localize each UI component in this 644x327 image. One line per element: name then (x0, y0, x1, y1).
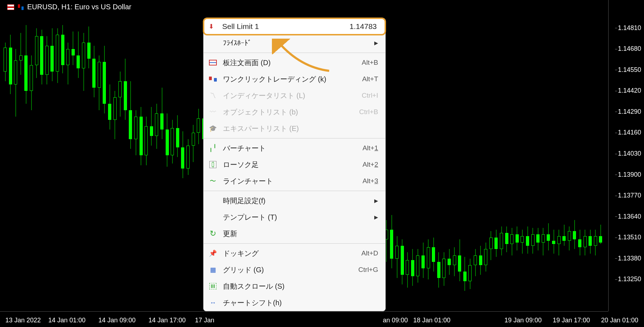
menu-item-shortcut: Alt+3 (362, 177, 378, 185)
menu-item[interactable]: ▦グリッド (G)Ctrl+G (204, 262, 385, 278)
menu-separator (204, 191, 385, 191)
x-tick-label: an 09:00 (383, 317, 408, 324)
x-tick-label: 19 Jan 17:00 (553, 317, 590, 324)
menu-item-shortcut: Alt+1 (362, 144, 378, 152)
menu-item-label: グリッド (G) (223, 265, 358, 275)
menu-item-label: ﾌﾗｲｽﾎｰﾄﾞ (223, 39, 371, 47)
candlestick (134, 110, 137, 155)
oneclick-icon (207, 73, 219, 85)
candlestick (118, 72, 122, 117)
candlestick (463, 257, 467, 291)
candlestick (92, 46, 96, 97)
menu-item[interactable]: テンプレート (T)▶ (204, 209, 385, 225)
candlestick (77, 31, 80, 78)
menu-item[interactable]: ワンクリックトレーディング (k)Alt+T (204, 71, 385, 87)
candle-icon (207, 159, 219, 170)
sell-limit-menu-item[interactable]: ⬇ Sell Limit 1 1.14783 (203, 18, 386, 35)
candlestick (442, 252, 445, 286)
candlestick (406, 252, 409, 288)
dom-icon (7, 4, 14, 10)
candlestick (458, 239, 461, 281)
candlestick (599, 225, 602, 244)
refresh-icon: ↻ (207, 228, 219, 239)
expert-icon: 🎓 (207, 123, 219, 134)
y-tick-label: 1.14810 (618, 24, 641, 32)
menu-item-shortcut: Alt+T (362, 75, 378, 83)
y-tick-label: 1.14420 (618, 87, 641, 94)
chart-title-label: EURUSD, H1: Euro vs US Dollar (27, 3, 131, 11)
menu-separator (204, 243, 385, 244)
x-tick-label: 14 Jan 01:00 (48, 317, 86, 324)
y-tick-label: 1.13640 (618, 213, 641, 220)
candlestick (421, 243, 425, 278)
autoscroll-icon (207, 280, 219, 292)
candlestick (568, 226, 571, 251)
menu-item[interactable]: ╷╵バーチャートAlt+1 (204, 140, 385, 156)
x-tick-label: 14 Jan 17:00 (148, 317, 186, 324)
menu-item-label: 自動スクロール (S) (223, 282, 378, 291)
candlestick (19, 33, 23, 75)
y-tick-label: 1.13250 (618, 275, 641, 283)
menu-item[interactable]: ↻更新 (204, 225, 385, 242)
candlestick (14, 49, 17, 117)
context-menu: ⬇ Sell Limit 1 1.14783 ﾌﾗｲｽﾎｰﾄﾞ▶板注文画面 (D… (203, 18, 386, 311)
candlestick (171, 120, 174, 164)
candlestick (427, 239, 430, 280)
oneclick-icon (17, 4, 24, 10)
candlestick (160, 88, 164, 139)
candlestick (9, 35, 12, 94)
menu-item-label: 板注文画面 (D) (223, 58, 362, 68)
candlestick (573, 220, 576, 249)
menu-item[interactable]: 時間足設定(f)▶ (204, 192, 385, 209)
candlestick (594, 230, 597, 255)
candlestick (489, 231, 493, 260)
candlestick (197, 109, 200, 144)
y-tick-label: 1.13900 (618, 171, 641, 179)
y-tick-label: 1.14550 (618, 66, 641, 74)
candlestick (24, 25, 28, 104)
y-tick-label: 1.14680 (618, 45, 641, 53)
menu-item[interactable]: ローソク足Alt+2 (204, 156, 385, 173)
candlestick (192, 125, 195, 162)
candlestick (150, 107, 153, 146)
submenu-arrow-icon: ▶ (374, 198, 378, 204)
menu-item[interactable]: 〜ラインチャートAlt+3 (204, 173, 385, 189)
menu-item-label: 更新 (223, 229, 378, 239)
candlestick (181, 131, 184, 178)
sell-limit-label: Sell Limit 1 (222, 22, 259, 31)
menu-item[interactable]: 📌ドッキングAlt+D (204, 245, 385, 262)
menu-item[interactable]: 板注文画面 (D)Alt+B (204, 54, 385, 71)
x-tick-label: 19 Jan 09:00 (504, 317, 542, 324)
candlestick (479, 246, 482, 275)
menu-item-label: バーチャート (223, 143, 362, 153)
candlestick (108, 84, 111, 130)
candlestick (56, 28, 59, 83)
candlestick (542, 228, 545, 255)
y-tick-label: 1.13380 (618, 255, 641, 262)
candlestick (557, 230, 561, 255)
menu-item[interactable]: 自動スクロール (S) (204, 278, 385, 294)
menu-item: 〰オブジェクトリスト (b)Ctrl+B (204, 104, 385, 120)
menu-item-shortcut: Ctrl+G (358, 266, 378, 274)
menu-item[interactable]: ↔チャートシフト(h) (204, 294, 385, 311)
menu-item[interactable]: ﾌﾗｲｽﾎｰﾄﾞ▶ (204, 35, 385, 51)
x-tick-label: 18 Jan 01:00 (413, 317, 450, 324)
menu-separator (204, 138, 385, 138)
candlestick (113, 91, 117, 139)
menu-item-shortcut: Alt+D (361, 249, 378, 257)
candlestick (4, 43, 7, 81)
menu-item-label: ラインチャート (223, 176, 362, 186)
y-tick-label: 1.13770 (618, 192, 641, 199)
candlestick (584, 230, 587, 255)
candlestick (578, 230, 581, 255)
blank-icon (207, 195, 219, 206)
candlestick (98, 55, 101, 110)
candlestick (416, 249, 419, 283)
blank-icon (207, 37, 219, 49)
submenu-arrow-icon: ▶ (374, 214, 378, 220)
menu-item: 〽インディケータリスト (L)Ctrl+I (204, 87, 385, 104)
menu-item-shortcut: Alt+B (362, 59, 378, 67)
candlestick (155, 104, 158, 149)
menu-item-label: 時間足設定(f) (223, 196, 371, 206)
line-icon: 〜 (207, 175, 219, 187)
